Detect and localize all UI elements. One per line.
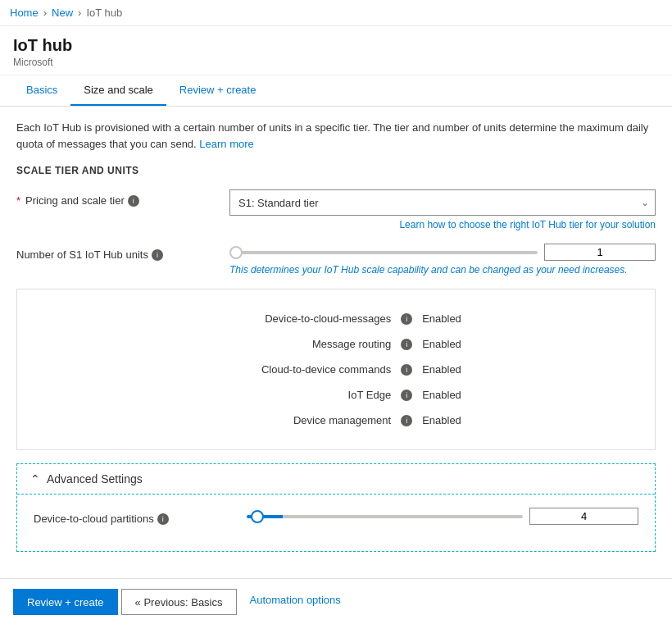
previous-button[interactable]: « Previous: Basics	[121, 589, 237, 615]
breadcrumb-current: IoT hub	[86, 7, 122, 19]
automation-options-link[interactable]: Automation options	[237, 589, 354, 615]
breadcrumb-home[interactable]: Home	[10, 7, 39, 19]
pricing-select[interactable]: F1: Free tierB1: Basic tierB2: Basic 2 t…	[229, 189, 656, 216]
page-title: IoT hub	[13, 36, 659, 55]
feature-status-0: Enabled	[422, 312, 461, 325]
breadcrumb-new[interactable]: New	[52, 7, 73, 19]
units-slider-row: 1	[229, 244, 656, 261]
tab-bar: Basics Size and scale Review + create	[0, 75, 672, 107]
page-subtitle: Microsoft	[13, 57, 659, 68]
feature-info-icon-2[interactable]: i	[401, 364, 412, 376]
review-create-button[interactable]: Review + create	[13, 589, 118, 615]
pricing-hint-link[interactable]: Learn how to choose the right IoT Hub ti…	[229, 219, 656, 230]
partitions-control: 4	[247, 508, 638, 525]
pricing-info-icon[interactable]: i	[128, 195, 139, 207]
partitions-info-icon[interactable]: i	[157, 513, 169, 525]
tab-review-create[interactable]: Review + create	[166, 75, 270, 106]
feature-row-4: Device management i Enabled	[50, 408, 622, 433]
feature-name-3: IoT Edge	[211, 389, 391, 401]
units-control: 1 This determines your IoT Hub scale cap…	[229, 244, 656, 276]
breadcrumb-sep2: ›	[78, 7, 81, 19]
pricing-label: * Pricing and scale tier i	[16, 189, 229, 207]
units-info-icon[interactable]: i	[152, 249, 163, 261]
feature-name-2: Cloud-to-device commands	[211, 363, 391, 376]
units-value-input[interactable]: 1	[544, 244, 656, 261]
pricing-row: * Pricing and scale tier i F1: Free tier…	[16, 189, 656, 230]
features-box: Device-to-cloud-messages i Enabled Messa…	[16, 289, 656, 450]
feature-name-4: Device management	[211, 414, 391, 426]
units-label: Number of S1 IoT Hub units i	[16, 244, 229, 261]
section-title: SCALE TIER AND UNITS	[16, 165, 656, 176]
advanced-title: Advanced Settings	[47, 472, 143, 485]
advanced-content: Device-to-cloud partitions i 4	[17, 494, 655, 551]
feature-status-3: Enabled	[422, 389, 461, 401]
main-content: Each IoT Hub is provisioned with a certa…	[0, 107, 672, 578]
required-marker: *	[16, 194, 20, 207]
feature-name-0: Device-to-cloud-messages	[211, 312, 391, 325]
feature-info-icon-3[interactable]: i	[401, 390, 412, 401]
tab-basics[interactable]: Basics	[13, 75, 70, 106]
units-row: Number of S1 IoT Hub units i 1 This dete…	[16, 244, 656, 276]
units-slider[interactable]	[229, 251, 538, 254]
feature-info-icon-0[interactable]: i	[401, 313, 412, 325]
info-text: Each IoT Hub is provisioned with a certa…	[16, 120, 656, 152]
feature-name-1: Message routing	[211, 338, 391, 350]
feature-info-icon-4[interactable]: i	[401, 415, 412, 426]
feature-status-1: Enabled	[422, 338, 461, 350]
pricing-control: F1: Free tierB1: Basic tierB2: Basic 2 t…	[229, 189, 656, 230]
partitions-slider-row: 4	[247, 508, 638, 525]
breadcrumb: Home › New › IoT hub	[0, 0, 672, 26]
partitions-row: Device-to-cloud partitions i 4	[34, 508, 638, 525]
feature-row-2: Cloud-to-device commands i Enabled	[50, 357, 622, 382]
partitions-value-input[interactable]: 4	[529, 508, 638, 525]
feature-status-2: Enabled	[422, 363, 461, 376]
feature-status-4: Enabled	[422, 414, 461, 426]
partitions-slider[interactable]	[247, 515, 523, 518]
advanced-header[interactable]: ⌃ Advanced Settings	[17, 464, 655, 494]
feature-row-1: Message routing i Enabled	[50, 331, 622, 357]
breadcrumb-sep1: ›	[43, 7, 47, 19]
feature-row-0: Device-to-cloud-messages i Enabled	[50, 306, 622, 331]
footer: Review + create « Previous: Basics Autom…	[0, 578, 672, 625]
learn-more-link[interactable]: Learn more	[199, 138, 253, 150]
feature-row-3: IoT Edge i Enabled	[50, 382, 622, 408]
pricing-select-wrapper: F1: Free tierB1: Basic tierB2: Basic 2 t…	[229, 189, 656, 216]
partitions-label: Device-to-cloud partitions i	[34, 508, 247, 525]
feature-info-icon-1[interactable]: i	[401, 339, 412, 350]
tab-size-scale[interactable]: Size and scale	[70, 75, 166, 106]
collapse-icon: ⌃	[30, 472, 40, 485]
page-header: IoT hub Microsoft	[0, 26, 672, 75]
units-help-text: This determines your IoT Hub scale capab…	[229, 264, 656, 276]
advanced-settings: ⌃ Advanced Settings Device-to-cloud part…	[16, 463, 656, 552]
